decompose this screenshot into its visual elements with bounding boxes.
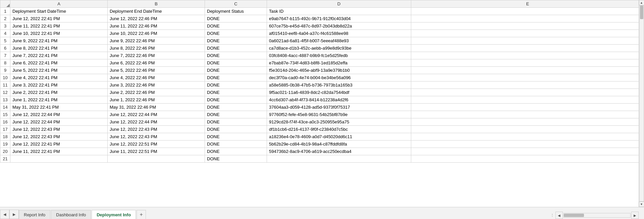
cell-15-e[interactable] [411, 111, 639, 118]
add-sheet-button[interactable]: + [137, 210, 146, 219]
cell-16-d[interactable]: 9129cd28-f74f-43ce-a0c3-250955e95a75 [267, 118, 411, 126]
cell-10-b[interactable]: June 4, 2022 22:46 PM [108, 74, 205, 81]
cell-8-e[interactable] [411, 59, 639, 67]
col-header-e[interactable]: E [411, 0, 639, 8]
cell-5-c[interactable]: DONE [205, 37, 267, 45]
col-header-a[interactable]: A [10, 0, 108, 8]
tab-deployment-info[interactable]: Deployment Info [92, 210, 136, 219]
cell-14-e[interactable] [411, 104, 639, 111]
cell-6-c[interactable]: DONE [205, 45, 267, 52]
cell-11-b[interactable]: June 3, 2022 22:46 PM [108, 81, 205, 89]
cell-13-b[interactable]: June 1, 2022 22:46 PM [108, 96, 205, 104]
cell-13-e[interactable] [411, 96, 639, 104]
cell-2-c[interactable]: DONE [205, 15, 267, 22]
tab-scroll-right[interactable]: ▶ [9, 210, 19, 219]
col-header-c[interactable]: C [205, 0, 267, 8]
cell-1-a[interactable]: Deployment Start DateTime [10, 8, 108, 15]
cell-16-a[interactable]: June 12, 2022 22:44 PM [10, 118, 108, 126]
cell-8-b[interactable]: June 6, 2022 22:46 PM [108, 59, 205, 67]
cell-12-d[interactable]: 9f5ac021-11a6-4839-8dc2-c82da7544bdf [267, 89, 411, 96]
dots-menu[interactable]: ⋮ [549, 213, 555, 218]
cell-10-c[interactable]: DONE [205, 74, 267, 81]
cell-4-d[interactable]: af015410-eef8-4a04-a37c-f4c61588ee98 [267, 30, 411, 37]
cell-11-c[interactable]: DONE [205, 81, 267, 89]
cell-7-c[interactable]: DONE [205, 52, 267, 59]
cell-5-d[interactable]: 0a6021ad-6a81-4f5f-b007-5eeeaf488e93 [267, 37, 411, 45]
cell-5-b[interactable]: June 9, 2022 22:46 PM [108, 37, 205, 45]
cell-14-c[interactable]: DONE [205, 104, 267, 111]
cell-10-d[interactable]: dec3f70a-cad0-4e74-b004-be34be56a096 [267, 74, 411, 81]
cell-4-a[interactable]: June 10, 2022 22:41 PM [10, 30, 108, 37]
cell-9-c[interactable]: DONE [205, 67, 267, 74]
cell-17-b[interactable]: June 12, 2022 22:43 PM [108, 126, 205, 133]
cell-9-b[interactable]: June 5, 2022 22:46 PM [108, 67, 205, 74]
cell-6-d[interactable]: ca7d8ace-d1b3-452c-aebb-a99e8d9c93be [267, 45, 411, 52]
cell-20-a[interactable]: June 11, 2022 22:41 PM [10, 148, 108, 155]
cell-3-d[interactable]: 607ce75b-e45d-487c-8d97-2b043db8d22a [267, 22, 411, 30]
cell-4-e[interactable] [411, 30, 639, 37]
col-header-b[interactable]: B [108, 0, 205, 8]
cell-3-c[interactable]: DONE [205, 22, 267, 30]
cell-20-b[interactable]: June 11, 2022 22:51 PM [108, 148, 205, 155]
cell-20-e[interactable] [411, 148, 639, 155]
cell-3-b[interactable]: June 11, 2022 22:46 PM [108, 22, 205, 30]
v-scrollbar-track[interactable] [639, 5, 644, 202]
tab-dashboard-info[interactable]: Dashboard Info [51, 210, 91, 219]
cell-21-b[interactable] [108, 155, 205, 163]
cell-12-b[interactable]: June 2, 2022 22:46 PM [108, 89, 205, 96]
cell-2-d[interactable]: e9ab7647-b115-492c-9b71-912f0c403d04 [267, 15, 411, 22]
cell-2-b[interactable]: June 12, 2022 22:46 PM [108, 15, 205, 22]
cell-2-e[interactable] [411, 15, 639, 22]
cell-10-a[interactable]: June 4, 2022 22:41 PM [10, 74, 108, 81]
cell-7-e[interactable] [411, 52, 639, 59]
cell-5-a[interactable]: June 9, 2022 22:41 PM [10, 37, 108, 45]
cell-7-b[interactable]: June 7, 2022 22:46 PM [108, 52, 205, 59]
cell-13-c[interactable]: DONE [205, 96, 267, 104]
cell-14-d[interactable]: 37604aa3-d059-4128-ad5d-9373f0f75317 [267, 104, 411, 111]
cell-5-e[interactable] [411, 37, 639, 45]
cell-18-d[interactable]: a18236e4-0e78-4609-a0d7-d45020dd6c11 [267, 133, 411, 141]
cell-8-d[interactable]: e7bab87e-734f-4d83-b8f8-1ed185d2effa [267, 59, 411, 67]
cell-6-a[interactable]: June 8, 2022 22:41 PM [10, 45, 108, 52]
cell-11-a[interactable]: June 3, 2022 22:41 PM [10, 81, 108, 89]
h-scroll-right[interactable]: ▶ [631, 212, 639, 219]
cell-16-c[interactable]: DONE [205, 118, 267, 126]
cell-19-e[interactable] [411, 141, 639, 148]
cell-6-b[interactable]: June 8, 2022 22:46 PM [108, 45, 205, 52]
cell-1-e[interactable] [411, 8, 639, 15]
cell-16-e[interactable] [411, 118, 639, 126]
cell-3-a[interactable]: June 11, 2022 22:41 PM [10, 22, 108, 30]
cell-1-c[interactable]: Deployment Status [205, 8, 267, 15]
cell-12-a[interactable]: June 2, 2022 22:41 PM [10, 89, 108, 96]
cell-17-a[interactable]: June 12, 2022 22:43 PM [10, 126, 108, 133]
cell-15-b[interactable]: June 12, 2022 22:44 PM [108, 111, 205, 118]
cell-18-b[interactable]: June 12, 2022 22:43 PM [108, 133, 205, 141]
cell-4-c[interactable]: DONE [205, 30, 267, 37]
cell-20-c[interactable]: DONE [205, 148, 267, 155]
cell-11-e[interactable] [411, 81, 639, 89]
h-scrollbar-thumb[interactable] [564, 214, 584, 217]
cell-17-d[interactable]: df1b1cb6-d216-4137-9f0f-c23840d7c5bc [267, 126, 411, 133]
cell-21-a[interactable] [10, 155, 108, 163]
cell-15-a[interactable]: June 12, 2022 22:44 PM [10, 111, 108, 118]
cell-19-d[interactable]: 5b62b29e-cd84-4b19-98a4-c87ffddfd8fa [267, 141, 411, 148]
v-scrollbar-thumb[interactable] [640, 6, 643, 19]
col-header-d[interactable]: D [267, 0, 411, 8]
scroll-down-button[interactable]: ▼ [639, 202, 644, 207]
tab-report-info[interactable]: Report Info [19, 210, 50, 219]
cell-12-c[interactable]: DONE [205, 89, 267, 96]
cell-16-b[interactable]: June 12, 2022 22:44 PM [108, 118, 205, 126]
cell-19-c[interactable]: DONE [205, 141, 267, 148]
cell-18-a[interactable]: June 12, 2022 22:43 PM [10, 133, 108, 141]
table-area[interactable]: A B C D E 1 Deployment Start DateTime De… [0, 0, 639, 207]
cell-9-e[interactable] [411, 67, 639, 74]
cell-21-c[interactable]: DONE [205, 155, 267, 163]
cell-8-a[interactable]: June 6, 2022 22:41 PM [10, 59, 108, 67]
cell-15-d[interactable]: 97760f52-fefe-45e8-9631-54b25bf87b9e [267, 111, 411, 118]
cell-3-e[interactable] [411, 22, 639, 30]
cell-13-a[interactable]: June 1, 2022 22:41 PM [10, 96, 108, 104]
cell-10-e[interactable] [411, 74, 639, 81]
scroll-up-button[interactable]: ▲ [639, 0, 644, 5]
cell-12-e[interactable] [411, 89, 639, 96]
cell-13-d[interactable]: 4cc6d307-ab4f-4f73-8414-b12238a4d2f6 [267, 96, 411, 104]
